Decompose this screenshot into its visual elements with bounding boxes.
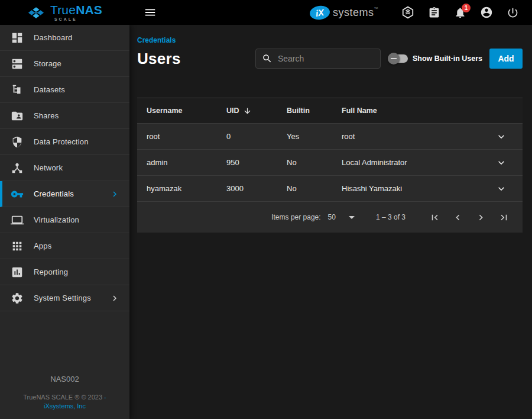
chevron-down-icon [495,131,507,143]
sidebar-item-label: Apps [34,241,51,250]
cell-uid: 3000 [226,184,287,193]
pagination-range-label: 1 – 3 of 3 [376,213,406,221]
storage-icon [11,57,24,70]
sidebar-item-label: Credentials [34,189,74,198]
sidebar-item-label: Shares [34,111,59,120]
sidebar-item-label: Data Protection [34,137,89,146]
cell-username: hyamazak [147,184,226,193]
row-expand-button[interactable] [489,177,513,201]
brand-edition: SCALE [54,17,102,21]
laptop-icon [11,214,24,227]
truecommand-button[interactable] [401,6,414,19]
previous-page-button[interactable] [452,212,463,223]
breadcrumb-credentials[interactable]: Credentials [137,36,176,44]
ixsystems-logo: iX systems™ [310,6,378,20]
sidebar-item-storage[interactable]: Storage [0,51,129,77]
sidebar-item-reporting[interactable]: Reporting [0,259,129,285]
apps-grid-icon [11,240,24,253]
sidebar-item-data-protection[interactable]: Data Protection [0,129,129,155]
last-page-button[interactable] [498,212,510,223]
sidebar: Dashboard Storage Datasets Shares Data P… [0,25,129,419]
table-paginator: Items per page: 50 1 – 3 of 3 [137,202,523,233]
table-row-hyamazak[interactable]: hyamazak 3000 No Hisashi Yamazaki [137,176,523,202]
show-builtin-toggle[interactable]: Show Built-in Users [388,53,482,65]
column-header-uid[interactable]: UID [226,107,287,115]
power-button[interactable] [507,7,519,19]
cell-username: root [147,132,226,141]
cell-fullname: root [342,132,489,141]
notification-badge: 1 [462,4,471,12]
column-header-fullname[interactable]: Full Name [342,107,489,115]
sort-arrow-down-icon [243,107,252,115]
jobs-button[interactable] [428,7,440,19]
datasets-tree-icon [11,83,24,96]
next-page-button[interactable] [475,212,486,223]
cell-uid: 950 [226,158,287,167]
items-per-page-label: Items per page: [271,213,320,221]
sidebar-item-apps[interactable]: Apps [0,233,129,259]
dashboard-icon [11,31,24,44]
alerts-button[interactable]: 1 [454,7,466,19]
brand-name: TrueNAS [50,4,102,16]
search-box [255,49,381,69]
sidebar-item-label: Storage [34,59,61,68]
hostname-label: NAS002 [0,375,129,383]
sidebar-item-datasets[interactable]: Datasets [0,77,129,103]
row-expand-button[interactable] [489,151,513,175]
chevron-left-icon [452,212,463,223]
cell-uid: 0 [226,132,287,141]
search-input[interactable] [278,54,374,63]
table-row-admin[interactable]: admin 950 No Local Administrator [137,150,523,176]
gear-icon [11,292,24,305]
sidebar-item-virtualization[interactable]: Virtualization [0,207,129,233]
power-icon [507,7,519,19]
truenas-logo[interactable]: TrueNAS SCALE [0,0,129,25]
sidebar-item-system-settings[interactable]: System Settings [0,285,129,311]
sidebar-item-credentials[interactable]: Credentials [0,181,129,207]
user-account-icon [480,6,493,19]
cell-username: admin [147,158,226,167]
column-header-username[interactable]: Username [147,107,226,115]
toggle-switch[interactable] [388,53,408,65]
cell-builtin: No [287,158,342,167]
last-page-icon [498,212,510,223]
dropdown-arrow-icon [349,216,355,219]
chevron-down-icon [495,183,507,195]
chevron-down-icon [495,157,507,169]
column-header-builtin[interactable]: Builtin [287,107,342,115]
ix-oval-mark: iX [309,4,331,21]
truecommand-cube-icon [401,6,414,19]
chevron-right-icon [109,293,120,304]
sidebar-item-label: Reporting [34,267,68,276]
sidebar-item-dashboard[interactable]: Dashboard [0,25,129,51]
key-icon [11,188,24,201]
row-expand-button[interactable] [489,125,513,149]
first-page-button[interactable] [429,212,440,223]
network-hub-icon [11,162,24,175]
top-header: TrueNAS SCALE iX systems™ [0,0,532,25]
shield-icon [11,136,24,149]
sidebar-item-shares[interactable]: Shares [0,103,129,129]
cell-builtin: Yes [287,132,342,141]
copyright-text: TrueNAS SCALE ® © 2023 - iXsystems, Inc [0,393,129,411]
first-page-icon [429,212,440,223]
table-row-root[interactable]: root 0 Yes root [137,124,523,150]
chevron-right-icon [109,189,120,199]
table-header-row: Username UID Builtin Full Name [137,98,523,124]
menu-toggle-button[interactable] [144,6,157,19]
sidebar-item-label: Virtualization [34,215,79,224]
sidebar-item-network[interactable]: Network [0,155,129,181]
page-title: Users [137,50,181,68]
cell-fullname: Hisashi Yamazaki [342,184,489,193]
add-user-button[interactable]: Add [489,49,523,69]
shared-folder-icon [11,109,24,123]
cell-fullname: Local Administrator [342,158,489,167]
hamburger-icon [144,6,157,19]
toggle-knob [388,53,400,65]
sidebar-item-label: Dashboard [34,33,72,42]
sidebar-item-label: System Settings [34,294,91,302]
sidebar-footer: NAS002 TrueNAS SCALE ® © 2023 - iXsystem… [0,375,129,419]
items-per-page-select[interactable]: 50 [328,213,376,221]
account-button[interactable] [480,6,493,19]
ixsystems-link[interactable]: iXsystems, Inc [44,402,86,410]
